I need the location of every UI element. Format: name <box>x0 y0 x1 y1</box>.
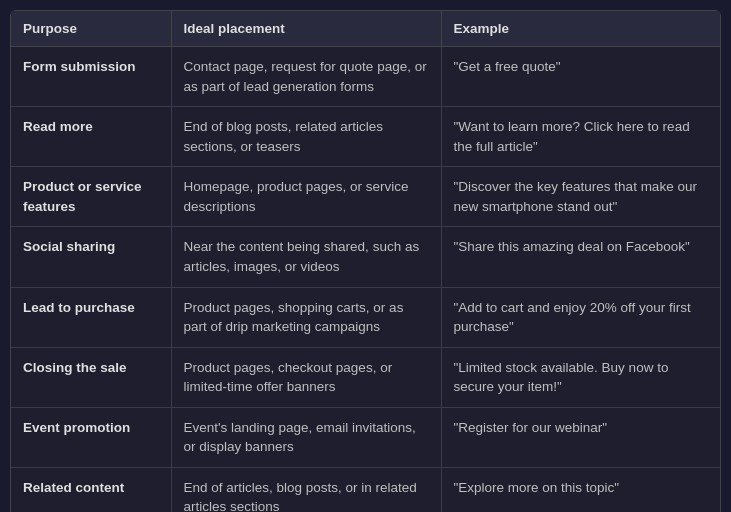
cell-placement: Near the content being shared, such as a… <box>171 227 441 287</box>
cell-purpose: Closing the sale <box>11 347 171 407</box>
cell-purpose: Read more <box>11 107 171 167</box>
cell-purpose: Lead to purchase <box>11 287 171 347</box>
cell-example: "Add to cart and enjoy 20% off your firs… <box>441 287 720 347</box>
cell-example: "Limited stock available. Buy now to sec… <box>441 347 720 407</box>
cell-purpose: Related content <box>11 467 171 512</box>
table-row: Read moreEnd of blog posts, related arti… <box>11 107 720 167</box>
cell-placement: Product pages, checkout pages, or limite… <box>171 347 441 407</box>
cell-purpose: Event promotion <box>11 407 171 467</box>
header-example: Example <box>441 11 720 47</box>
cell-placement: Contact page, request for quote page, or… <box>171 47 441 107</box>
cell-example: "Get a free quote" <box>441 47 720 107</box>
cell-example: "Explore more on this topic" <box>441 467 720 512</box>
cell-placement: End of articles, blog posts, or in relat… <box>171 467 441 512</box>
cell-placement: Product pages, shopping carts, or as par… <box>171 287 441 347</box>
cell-purpose: Social sharing <box>11 227 171 287</box>
header-purpose: Purpose <box>11 11 171 47</box>
main-table-container: Purpose Ideal placement Example Form sub… <box>10 10 721 512</box>
cta-table: Purpose Ideal placement Example Form sub… <box>11 11 720 512</box>
table-row: Event promotionEvent's landing page, ema… <box>11 407 720 467</box>
cell-purpose: Product or service features <box>11 167 171 227</box>
table-row: Form submissionContact page, request for… <box>11 47 720 107</box>
table-row: Social sharingNear the content being sha… <box>11 227 720 287</box>
cell-example: "Share this amazing deal on Facebook" <box>441 227 720 287</box>
cell-purpose: Form submission <box>11 47 171 107</box>
table-row: Closing the saleProduct pages, checkout … <box>11 347 720 407</box>
header-placement: Ideal placement <box>171 11 441 47</box>
cell-placement: Event's landing page, email invitations,… <box>171 407 441 467</box>
cell-placement: Homepage, product pages, or service desc… <box>171 167 441 227</box>
cell-placement: End of blog posts, related articles sect… <box>171 107 441 167</box>
table-row: Product or service featuresHomepage, pro… <box>11 167 720 227</box>
cell-example: "Want to learn more? Click here to read … <box>441 107 720 167</box>
cell-example: "Register for our webinar" <box>441 407 720 467</box>
cell-example: "Discover the key features that make our… <box>441 167 720 227</box>
table-header-row: Purpose Ideal placement Example <box>11 11 720 47</box>
table-row: Related contentEnd of articles, blog pos… <box>11 467 720 512</box>
table-row: Lead to purchaseProduct pages, shopping … <box>11 287 720 347</box>
